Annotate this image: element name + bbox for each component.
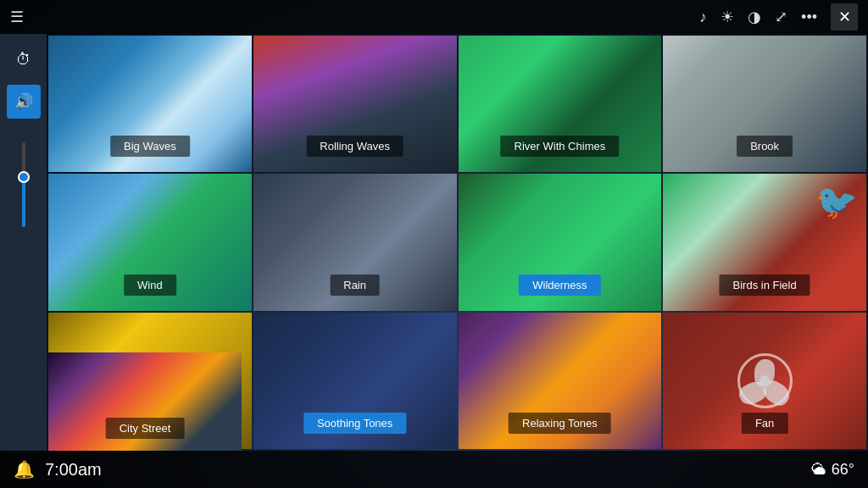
grid-cell-big-waves[interactable]: Big Waves	[48, 36, 252, 172]
birds-field-label: Birds in Field	[720, 274, 810, 296]
expand-icon[interactable]: ⤢	[775, 8, 787, 26]
current-time: 7:00am	[45, 460, 102, 480]
music-icon[interactable]: ♪	[699, 8, 707, 26]
wilderness-label: Wilderness	[519, 274, 600, 296]
rain-label: Rain	[330, 274, 380, 296]
sidebar-volume-btn[interactable]: 🔊	[7, 85, 41, 119]
more-icon[interactable]: •••	[801, 8, 817, 26]
grid-cell-river-chimes[interactable]: River With Chimes	[459, 36, 662, 172]
wind-label: Wind	[124, 274, 176, 296]
grid-cell-wilderness[interactable]: Wilderness	[459, 174, 662, 310]
sidebar: ⏱ 🔊	[0, 34, 47, 451]
weather-display: 🌥 66°	[811, 461, 854, 479]
grid-cell-fan[interactable]: Fan	[663, 313, 866, 449]
alarm-icon: 🔔	[14, 459, 35, 480]
menu-icon[interactable]: ☰	[10, 8, 24, 26]
brightness-icon[interactable]: ☀	[721, 8, 734, 26]
grid-cell-soothing[interactable]: Soothing Tones	[253, 313, 457, 449]
volume-slider[interactable]	[22, 142, 25, 227]
clock-icon: ⏱	[16, 51, 31, 69]
theme-icon[interactable]: ◑	[748, 8, 761, 26]
grid-cell-relaxing[interactable]: Relaxing Tones	[459, 313, 662, 449]
grid-cell-wind[interactable]: Wind	[48, 174, 252, 310]
brook-label: Brook	[737, 136, 793, 157]
big-waves-label: Big Waves	[110, 136, 190, 157]
volume-area	[22, 134, 25, 451]
river-chimes-label: River With Chimes	[501, 136, 620, 157]
fan-label: Fan	[742, 413, 787, 434]
fan-visual	[735, 351, 794, 410]
close-button[interactable]: ✕	[831, 3, 858, 30]
grid-cell-city-street[interactable]: City Street	[48, 352, 242, 451]
top-bar-left: ☰	[10, 8, 24, 26]
grid-cell-birds-field[interactable]: 🐦 Birds in Field	[663, 174, 866, 310]
cardinal-icon: 🐦	[815, 182, 858, 222]
grid-cell-brook[interactable]: Brook	[663, 36, 866, 172]
top-bar: ☰ ♪ ☀ ◑ ⤢ ••• ✕	[0, 0, 868, 34]
grid-cell-rolling-waves[interactable]: Rolling Waves	[253, 36, 457, 172]
soothing-label: Soothing Tones	[303, 413, 406, 434]
city-street-label: City Street	[106, 418, 185, 439]
fan-circle	[737, 353, 793, 408]
bottom-bar: 🔔 7:00am 🌥 66°	[0, 451, 868, 488]
volume-icon: 🔊	[14, 92, 33, 111]
relaxing-label: Relaxing Tones	[509, 413, 611, 434]
rolling-waves-label: Rolling Waves	[306, 136, 403, 157]
sidebar-clock-btn[interactable]: ⏱	[7, 42, 41, 76]
weather-icon: 🌥	[811, 461, 826, 479]
grid-cell-rain[interactable]: Rain	[253, 174, 457, 310]
fan-center	[760, 375, 770, 385]
temperature: 66°	[832, 461, 854, 479]
